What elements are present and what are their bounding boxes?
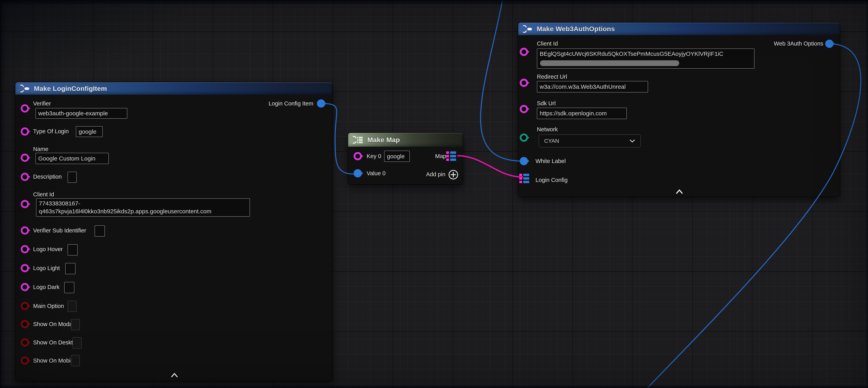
add-pin-label: Add pin — [426, 171, 445, 178]
input-pin-verifier-sub-identifier[interactable] — [21, 226, 29, 235]
client-id-line1: 774338308167- — [39, 200, 247, 207]
pin-label-main-option: Main Option — [33, 302, 64, 309]
output-pin-map[interactable] — [446, 151, 456, 161]
make-struct-icon — [523, 25, 533, 33]
network-selected-value: CYAN — [544, 138, 559, 144]
sdk-url-value: https://sdk.openlogin.com — [540, 110, 607, 117]
input-pin-sdk-url[interactable] — [520, 105, 528, 113]
verifier-sub-identifier-input[interactable] — [95, 225, 105, 237]
node-header-make-loginconfigitem[interactable]: Make LoginConfigItem — [16, 82, 332, 95]
show-on-desktop-checkbox[interactable] — [72, 337, 82, 349]
input-pin-logo-hover[interactable] — [21, 245, 29, 253]
pin-label-name: Name — [33, 146, 48, 153]
client-id-value: BEglQSgt4cUWcj6SKRdu5QkOXTsePmMcusG5EAoy… — [540, 50, 723, 58]
make-struct-icon — [20, 84, 30, 93]
logo-dark-input[interactable] — [64, 282, 74, 293]
chevron-down-icon — [629, 139, 635, 143]
add-pin-icon[interactable] — [448, 170, 459, 180]
pin-label-show-on-modal: Show On Modal — [33, 321, 74, 328]
input-pin-key0[interactable] — [353, 152, 362, 160]
input-pin-value0[interactable] — [353, 169, 362, 177]
pin-label-client-id: Client Id — [537, 40, 558, 47]
pin-label-description: Description — [33, 173, 62, 180]
key0-input[interactable]: google — [384, 151, 410, 162]
output-pin-login-config-item[interactable] — [317, 99, 325, 108]
make-map-icon — [352, 135, 364, 144]
collapse-chevron-up-icon[interactable] — [171, 373, 178, 378]
pin-label-type-of-login: Type Of Login — [33, 128, 69, 135]
sdk-url-input[interactable]: https://sdk.openlogin.com — [537, 108, 627, 119]
type-of-login-value: google — [79, 128, 96, 136]
name-input[interactable]: Google Custom Login — [35, 153, 109, 164]
pin-label-show-on-desktop: Show On Desktop — [33, 339, 79, 346]
logo-hover-input[interactable] — [68, 244, 78, 256]
client-id-line2: q463s7kpvja16l4l0kko3nb925ikds2p.apps.go… — [39, 207, 247, 215]
show-on-mobile-checkbox[interactable] — [71, 355, 80, 366]
pin-label-white-label: White Label — [535, 157, 566, 165]
node-title: Make Map — [367, 136, 400, 144]
input-pin-description[interactable] — [21, 173, 29, 181]
pin-label-sdk-url: Sdk Url — [537, 100, 556, 107]
pin-label-verifier-sub-identifier: Verifier Sub Identifier — [33, 227, 86, 234]
input-pin-show-on-mobile[interactable] — [21, 356, 29, 365]
redirect-url-value: w3a://com.w3a.Web3AuthUnreal — [540, 83, 626, 91]
wire-offscreen-to-whitelabel — [480, 0, 523, 161]
type-of-login-input[interactable]: google — [76, 126, 103, 137]
input-pin-main-option[interactable] — [21, 302, 29, 310]
input-pin-verifier[interactable] — [21, 104, 29, 113]
pin-label-logo-dark: Logo Dark — [33, 283, 60, 291]
pin-label-map: Map — [435, 153, 446, 160]
description-input[interactable] — [68, 172, 77, 183]
client-id-input[interactable]: BEglQSgt4cUWcj6SKRdu5QkOXTsePmMcusG5EAoy… — [537, 49, 754, 69]
pin-label-network: Network — [537, 126, 558, 133]
name-value: Google Custom Login — [38, 155, 95, 162]
redirect-url-input[interactable]: w3a://com.w3a.Web3AuthUnreal — [537, 81, 648, 92]
node-header-make-web3authoptions[interactable]: Make Web3AuthOptions — [518, 23, 840, 35]
pin-label-login-config: Login Config — [535, 176, 568, 184]
pin-label-client-id: Client Id — [33, 191, 54, 198]
input-pin-network[interactable] — [520, 133, 528, 142]
main-option-checkbox[interactable] — [68, 301, 77, 312]
network-dropdown[interactable]: CYAN — [539, 135, 641, 147]
verifier-input[interactable]: web3auth-google-example — [35, 108, 127, 119]
input-pin-login-config[interactable] — [519, 174, 529, 183]
node-make-loginconfigitem[interactable]: Make LoginConfigItem Login Config Item V… — [16, 82, 332, 381]
verifier-value: web3auth-google-example — [38, 110, 108, 117]
pin-label-show-on-mobile: Show On Mobile — [33, 357, 75, 364]
input-pin-redirect-url[interactable] — [520, 79, 528, 87]
client-id-input[interactable]: 774338308167- q463s7kpvja16l4l0kko3nb925… — [36, 198, 250, 217]
input-pin-logo-dark[interactable] — [21, 283, 29, 291]
pin-label-key0: Key 0 — [367, 153, 381, 160]
logo-light-input[interactable] — [65, 263, 75, 274]
output-pin-web3auth-options[interactable] — [825, 40, 834, 48]
pin-label-web3auth-options: Web 3Auth Options — [774, 40, 823, 47]
input-pin-logo-light[interactable] — [21, 264, 29, 272]
input-pin-show-on-desktop[interactable] — [21, 338, 29, 347]
node-make-map[interactable]: Make Map Key 0 google Map Value 0 Add pi… — [348, 133, 463, 184]
input-pin-white-label[interactable] — [520, 157, 528, 165]
pin-label-logo-hover: Logo Hover — [33, 246, 63, 253]
node-title: Make LoginConfigItem — [34, 85, 107, 92]
pin-label-logo-light: Logo Light — [33, 265, 60, 272]
input-pin-client-id[interactable] — [520, 48, 528, 56]
pin-label-redirect-url: Redirect Url — [537, 73, 567, 80]
input-pin-show-on-modal[interactable] — [21, 320, 29, 328]
input-pin-name[interactable] — [21, 154, 29, 162]
node-make-web3authoptions[interactable]: Make Web3AuthOptions Web 3Auth Options C… — [518, 23, 840, 197]
pin-label-verifier: Verifier — [33, 100, 51, 107]
collapse-chevron-up-icon[interactable] — [676, 189, 683, 194]
node-header-make-map[interactable]: Make Map — [348, 133, 463, 147]
wire-map-to-loginconfig — [457, 156, 523, 177]
pin-label-value0: Value 0 — [367, 170, 385, 177]
show-on-modal-checkbox[interactable] — [71, 319, 80, 330]
key0-value: google — [387, 152, 405, 160]
node-title: Make Web3AuthOptions — [537, 25, 615, 33]
pin-label-login-config-item: Login Config Item — [269, 100, 313, 107]
client-id-scrollbar[interactable] — [540, 60, 679, 66]
input-pin-client-id[interactable] — [21, 200, 29, 208]
blueprint-graph-canvas[interactable]: Make LoginConfigItem Login Config Item V… — [0, 0, 868, 388]
input-pin-type-of-login[interactable] — [21, 127, 29, 136]
